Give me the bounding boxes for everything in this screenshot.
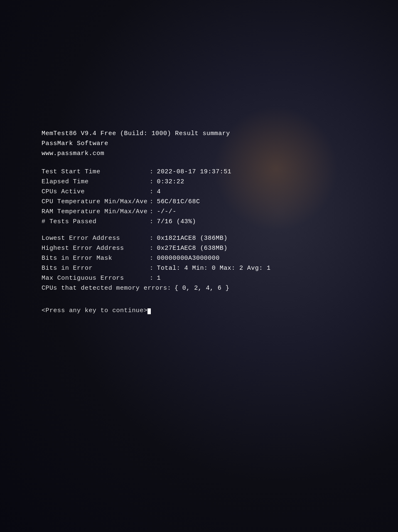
info-row: CPU Temperature Min/Max/Ave : 56C/81C/68… — [42, 197, 271, 207]
info-row: CPUs Active : 4 — [42, 187, 271, 197]
cursor-blink — [147, 308, 151, 314]
error-value: { 0, 2, 4, 6 } — [174, 283, 229, 293]
info-block: Test Start Time : 2022-08-17 19:37:51 El… — [42, 167, 271, 227]
info-row: # Tests Passed : 7/16 (43%) — [42, 217, 271, 227]
error-label: Max Contiguous Errors — [42, 273, 150, 283]
error-value: 00000000A3000000 — [157, 254, 219, 264]
error-row: Bits in Error Mask : 00000000A3000000 — [42, 254, 271, 264]
error-row: Max Contiguous Errors : 1 — [42, 273, 271, 283]
info-label: RAM Temperature Min/Max/Ave — [42, 207, 150, 217]
error-value: 0x1821ACE8 (386MB) — [157, 234, 227, 244]
colon: : — [150, 197, 153, 207]
colon: : — [150, 254, 153, 264]
info-value: -/-/- — [157, 207, 176, 217]
colon: : — [150, 217, 153, 227]
colon: : — [150, 234, 153, 244]
press-key-prompt[interactable]: <Press any key to continue> — [42, 306, 271, 316]
header-line2: PassMark Software — [42, 139, 271, 149]
colon: : — [167, 283, 171, 293]
info-value: 0:32:22 — [157, 177, 184, 187]
colon: : — [150, 187, 153, 197]
header-block: MemTest86 V9.4 Free (Build: 1000) Result… — [42, 129, 271, 159]
error-row: Highest Error Address : 0x27E1AEC8 (638M… — [42, 244, 271, 254]
colon: : — [150, 273, 153, 283]
error-label: Bits in Error — [42, 264, 150, 273]
terminal-output: MemTest86 V9.4 Free (Build: 1000) Result… — [42, 129, 271, 316]
info-value: 56C/81C/68C — [157, 197, 200, 207]
error-row: CPUs that detected memory errors : { 0, … — [42, 283, 271, 293]
info-value: 2022-08-17 19:37:51 — [157, 167, 231, 177]
info-value: 7/16 (43%) — [157, 217, 196, 227]
error-label: Highest Error Address — [42, 244, 150, 254]
error-value: 1 — [157, 273, 160, 283]
colon: : — [150, 167, 153, 177]
error-label: CPUs that detected memory errors — [42, 283, 167, 293]
header-line3: www.passmark.com — [42, 149, 271, 159]
error-row: Lowest Error Address : 0x1821ACE8 (386MB… — [42, 234, 271, 244]
info-row: Elapsed Time : 0:32:22 — [42, 177, 271, 187]
press-key-text: <Press any key to continue> — [42, 307, 147, 314]
colon: : — [150, 264, 153, 273]
header-line1: MemTest86 V9.4 Free (Build: 1000) Result… — [42, 129, 271, 139]
colon: : — [150, 177, 153, 187]
info-label: # Tests Passed — [42, 217, 150, 227]
info-label: Test Start Time — [42, 167, 150, 177]
info-label: Elapsed Time — [42, 177, 150, 187]
info-row: RAM Temperature Min/Max/Ave : -/-/- — [42, 207, 271, 217]
error-row: Bits in Error : Total: 4 Min: 0 Max: 2 A… — [42, 264, 271, 273]
colon: : — [150, 207, 153, 217]
info-row: Test Start Time : 2022-08-17 19:37:51 — [42, 167, 271, 177]
error-label: Lowest Error Address — [42, 234, 150, 244]
error-block: Lowest Error Address : 0x1821ACE8 (386MB… — [42, 234, 271, 293]
colon: : — [150, 244, 153, 254]
info-value: 4 — [157, 187, 160, 197]
error-value: 0x27E1AEC8 (638MB) — [157, 244, 227, 254]
error-label: Bits in Error Mask — [42, 254, 150, 264]
info-label: CPUs Active — [42, 187, 150, 197]
info-label: CPU Temperature Min/Max/Ave — [42, 197, 150, 207]
error-value: Total: 4 Min: 0 Max: 2 Avg: 1 — [157, 264, 270, 273]
